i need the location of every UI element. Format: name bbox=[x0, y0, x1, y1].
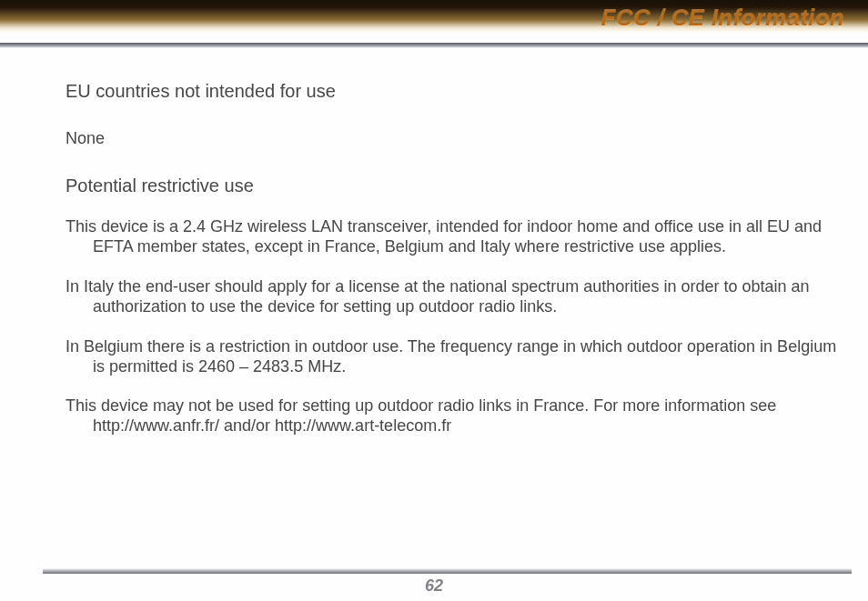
footer-divider bbox=[43, 568, 852, 574]
paragraph-france: This device may not be used for setting … bbox=[66, 396, 846, 436]
content-area: EU countries not intended for use None P… bbox=[66, 80, 846, 456]
page-number: 62 bbox=[0, 576, 868, 596]
text-none: None bbox=[66, 129, 846, 149]
paragraph-belgium: In Belgium there is a restriction in out… bbox=[66, 337, 846, 377]
page-header-title: FCC / CE Information bbox=[601, 4, 844, 32]
paragraph-italy: In Italy the end-user should apply for a… bbox=[66, 277, 846, 317]
heading-potential-restrictive-use: Potential restrictive use bbox=[66, 175, 846, 196]
header-divider bbox=[0, 43, 868, 48]
heading-eu-countries: EU countries not intended for use bbox=[66, 80, 846, 102]
paragraph-transceiver: This device is a 2.4 GHz wireless LAN tr… bbox=[66, 217, 846, 257]
document-page: FCC / CE Information EU countries not in… bbox=[0, 0, 868, 601]
page-header: FCC / CE Information bbox=[0, 0, 868, 52]
